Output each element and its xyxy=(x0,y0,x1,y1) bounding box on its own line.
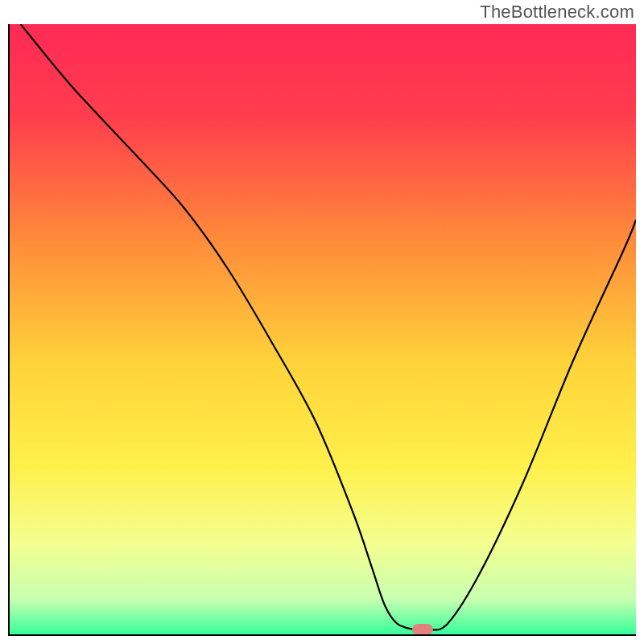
watermark-text: TheBottleneck.com xyxy=(480,2,634,23)
plot-area xyxy=(8,24,636,636)
curve-layer xyxy=(8,24,636,636)
optimal-marker xyxy=(412,624,433,635)
bottleneck-curve-path xyxy=(21,24,636,630)
